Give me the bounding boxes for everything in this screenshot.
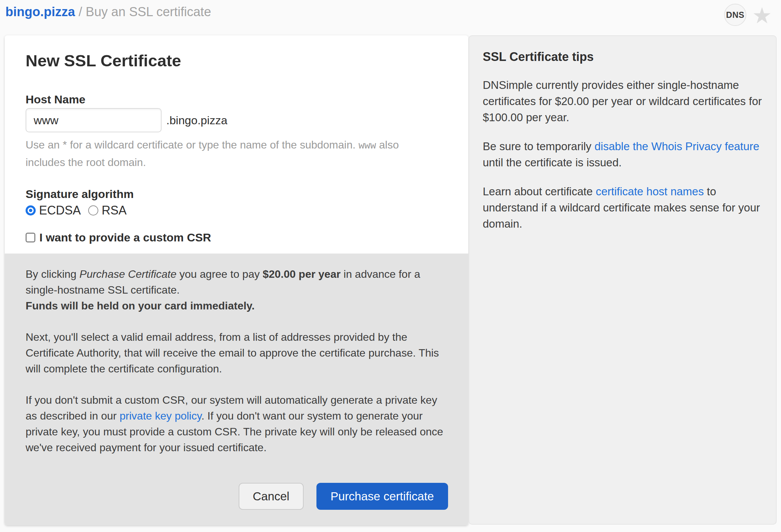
radio-rsa-label[interactable]: RSA [102,203,127,218]
page-title: New SSL Certificate [26,51,447,70]
custom-csr-row[interactable]: I want to provide a custom CSR [26,231,447,244]
agreement-text: By clicking [26,268,79,280]
radio-rsa-unselected[interactable] [88,205,98,215]
favorite-star-icon[interactable]: ★ [752,0,772,31]
private-key-policy-link[interactable]: private key policy [120,410,201,422]
purchase-certificate-button[interactable]: Purchase certificate [316,483,448,510]
top-header: bingo.pizza / Buy an SSL certificate DNS… [0,0,781,35]
host-name-row: .bingo.pizza [26,108,447,132]
agreement-paragraph-3: If you don't submit a custom CSR, our sy… [26,392,448,456]
breadcrumb-page-title: Buy an SSL certificate [86,5,211,19]
ssl-tips-sidebar: SSL Certificate tips DNSimple currently … [469,35,777,525]
tips-paragraph-2: Be sure to temporarily disable the Whois… [483,138,762,171]
agreement-funds-notice: Funds will be held on your card immediat… [26,300,254,312]
tips-paragraph-3: Learn about certificate certificate host… [483,184,762,232]
tips-text: Learn about certificate [483,185,596,198]
whois-privacy-link[interactable]: disable the Whois Privacy feature [595,140,759,153]
breadcrumb-separator: / [78,5,82,19]
signature-algorithm-label: Signature algorithm [26,187,447,201]
host-name-input[interactable] [26,108,162,132]
tips-title: SSL Certificate tips [483,49,762,64]
tips-paragraph-1: DNSimple currently provides either singl… [483,77,762,126]
certificate-form: New SSL Certificate Host Name .bingo.piz… [5,35,468,244]
custom-csr-checkbox[interactable] [26,233,35,242]
certificate-host-names-link[interactable]: certificate host names [596,185,704,198]
help-text-code: www [359,140,376,152]
agreement-paragraph-2: Next, you'll select a valid email addres… [26,329,448,377]
breadcrumb: bingo.pizza / Buy an SSL certificate [5,4,211,20]
radio-ecdsa-selected[interactable] [26,205,36,215]
tips-text: until the certificate is issued. [483,156,622,169]
tips-text: Be sure to temporarily [483,140,595,153]
host-name-label: Host Name [26,93,447,106]
radio-option-rsa[interactable]: RSA [88,203,127,218]
help-text-part: Use an * for a wildcard certificate or t… [26,139,359,151]
host-name-suffix: .bingo.pizza [166,114,227,127]
radio-ecdsa-label[interactable]: ECDSA [39,203,81,218]
new-certificate-card: New SSL Certificate Host Name .bingo.piz… [5,35,468,525]
account-badge[interactable]: DNS [724,4,746,26]
custom-csr-label[interactable]: I want to provide a custom CSR [39,231,211,244]
agreement-paragraph-1: By clicking Purchase Certificate you agr… [26,266,448,314]
cancel-button[interactable]: Cancel [239,483,304,510]
signature-algorithm-options: ECDSA RSA [26,203,447,218]
agreement-price: $20.00 per year [263,268,340,280]
radio-option-ecdsa[interactable]: ECDSA [26,203,81,218]
agreement-text: you agree to pay [176,268,263,280]
breadcrumb-domain-link[interactable]: bingo.pizza [5,5,75,19]
agreement-product-name: Purchase Certificate [79,268,176,280]
agreement-section: By clicking Purchase Certificate you agr… [5,254,468,525]
host-name-help-text: Use an * for a wildcard certificate or t… [26,137,406,170]
form-actions: Cancel Purchase certificate [239,483,448,510]
